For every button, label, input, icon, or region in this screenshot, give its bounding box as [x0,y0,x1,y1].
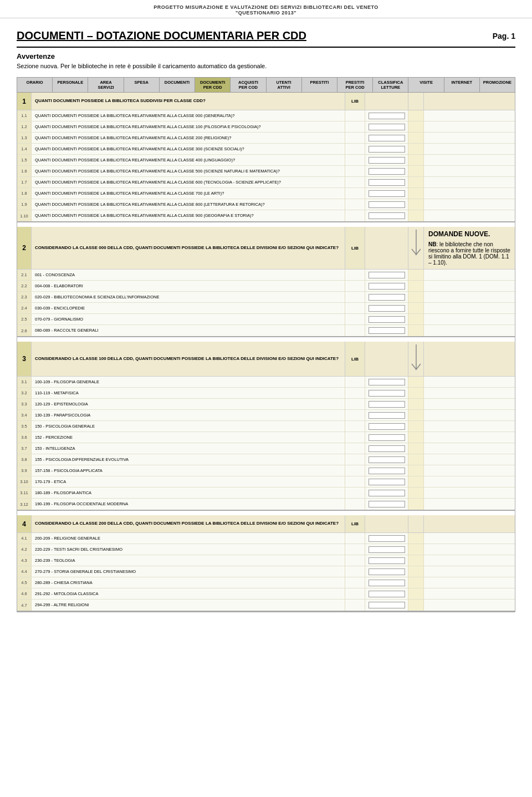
sub-1-2-input[interactable] [365,121,408,132]
tab-prestiti-per-cdd[interactable]: PRESTITIPER COD [337,78,373,92]
sub-3-11-input[interactable] [365,488,408,498]
avvertenze-text: Sezione nuova. Per le biblioteche in ret… [17,63,515,69]
tab-visite[interactable]: VISITE [408,78,444,92]
sub-3-2-input[interactable] [365,388,408,398]
sub-2-4-input[interactable] [365,303,408,313]
sub-3-11-lib [345,488,365,498]
sub-1-10-note [423,210,515,221]
sub-4-3-note [423,555,515,566]
sub-3-9-input[interactable] [365,465,408,476]
sub-3-3-note [423,399,515,409]
sub-1-6-input[interactable] [365,166,408,176]
tab-documenti[interactable]: DOCUMENTI [160,78,195,92]
sub-4-5-lib [345,577,365,588]
header-line2: "QUESTIONARIO 2013" [11,10,521,16]
sub-3-5-num: 3.5 [17,421,32,432]
sub-2-1-input[interactable] [365,270,408,280]
sub-4-5-arrow [408,577,423,588]
sub-4-3-num: 4.3 [17,555,32,566]
tab-internet[interactable]: INTERNET [444,78,480,92]
sub-3-12-input[interactable] [365,499,408,510]
sub-1-2-text: QUANTI DOCUMENTI POSSIEDE LA BIBLIOTECA … [32,121,345,132]
sub-1-3-input[interactable] [365,133,408,143]
sub-1-1-lib [345,110,365,121]
sub-2-4-num: 2.4 [17,303,32,313]
section-2-input [365,227,408,269]
sub-4-1-input[interactable] [365,533,408,544]
sub-4-7-note [423,600,515,611]
sub-2-5-note [423,314,515,324]
sub-3-5-input[interactable] [365,421,408,432]
sub-2-6-input[interactable] [365,325,408,336]
tab-prestiti[interactable]: PRESTITI [302,78,337,92]
sub-2-3-input[interactable] [365,292,408,302]
sub-1-9-arrow [408,199,423,210]
sub-1-10-arrow [408,210,423,221]
sub-3-1-input[interactable] [365,377,408,387]
sub-4-6-text: 291-292 - MITOLOGIA CLASSICA [32,588,345,599]
sub-3-1-arrow [408,377,423,387]
tab-orario[interactable]: ORARIO [17,78,53,92]
sub-3-6-input[interactable] [365,432,408,443]
tab-acquisti[interactable]: ACQUISTIPER COD [231,78,266,92]
sub-1-8-num: 1.8 [17,188,32,199]
sub-3-12-num: 3.12 [17,499,32,510]
sub-3-2-arrow [408,388,423,398]
sub-3-11-note [423,488,515,498]
tab-documenti-per-cdd[interactable]: DOCUMENTIPER CDD [195,78,231,92]
tab-personale[interactable]: PERSONALE [53,78,88,92]
sub-3-8-input[interactable] [365,454,408,465]
sub-2-3-num: 2.3 [17,292,32,302]
tab-area[interactable]: AREASERVIZI [88,78,124,92]
sub-2-2-input[interactable] [365,281,408,291]
sub-2-5-input[interactable] [365,314,408,324]
sub-3-3-input[interactable] [365,399,408,409]
sub-1-4-arrow [408,144,423,154]
sub-4-1-num: 4.1 [17,533,32,544]
section-4-arrow [408,515,423,532]
sub-1-4-input[interactable] [365,144,408,154]
tab-promozione[interactable]: PROMOZIONE [480,78,515,92]
sub-1-6-arrow [408,166,423,176]
sub-3-7-input[interactable] [365,443,408,454]
sub-4-6-arrow [408,588,423,599]
sub-2-5-arrow [408,314,423,324]
sub-3-4-input[interactable] [365,410,408,420]
sub-3-10-input[interactable] [365,476,408,487]
sub-1-3-num: 1.3 [17,133,32,143]
section-1-num: 1 [17,93,32,110]
tab-spesa[interactable]: SPESA [124,78,160,92]
sub-1-1-input[interactable] [365,110,408,121]
sub-4-2-input[interactable] [365,544,408,555]
sub-3-11-text: 180-189 - FILOSOFIA ANTICA [32,488,345,498]
sub-4-4-input[interactable] [365,566,408,577]
sub-1-9-input[interactable] [365,199,408,210]
sub-3-1-lib [345,377,365,387]
sub-3-12-text: 190-199 - FILOSOFIA OCCIDENTALE MODERNA [32,499,345,510]
sub-1-7-input[interactable] [365,177,408,187]
sub-1-8-input[interactable] [365,188,408,199]
sub-1-10-input[interactable] [365,210,408,221]
sub-2-1-arrow [408,270,423,280]
sub-1-3-arrow [408,133,423,143]
tab-classifica[interactable]: CLASSIFICALETTURE [373,78,408,92]
nav-tabs[interactable]: ORARIO PERSONALE AREASERVIZI SPESA DOCUM… [17,77,515,93]
sub-3-12-lib [345,499,365,510]
tab-utenti[interactable]: UTENTIATTIVI [267,78,302,92]
sub-3-9-arrow [408,465,423,476]
sub-3-12-arrow [408,499,423,510]
sub-4-7-input[interactable] [365,600,408,611]
sub-1-8-arrow [408,188,423,199]
sub-3-10-num: 3.10 [17,476,32,487]
sub-1-2-note [423,121,515,132]
sub-3-8-arrow [408,454,423,465]
sub-1-7-arrow [408,177,423,187]
sub-4-6-input[interactable] [365,588,408,599]
sub-1-6-text: QUANTI DOCUMENTI POSSIEDE LA BIBLIOTECA … [32,166,345,176]
sub-2-5-num: 2.5 [17,314,32,324]
sub-3-8-lib [345,454,365,465]
sub-1-5-input[interactable] [365,155,408,165]
sub-3-5-note [423,421,515,432]
sub-4-5-input[interactable] [365,577,408,588]
sub-4-3-input[interactable] [365,555,408,566]
